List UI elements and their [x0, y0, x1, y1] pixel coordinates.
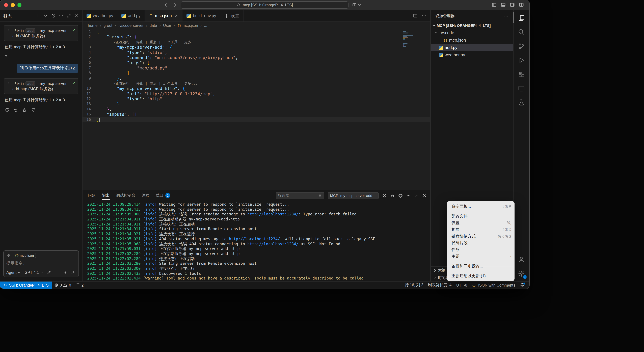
- chat-more-actions[interactable]: [59, 14, 64, 18]
- tool-call-card[interactable]: 已运行 add – my-mcp-server-add-http (MCP 服务…: [4, 78, 78, 94]
- status-language-mode[interactable]: {}JSON with Comments: [470, 281, 518, 288]
- menu-item-设置[interactable]: 设置⌘,: [447, 219, 514, 226]
- menu-item-主题[interactable]: 主题›: [447, 253, 514, 260]
- customize-layout-icon[interactable]: [519, 2, 524, 8]
- menu-item-重新启动以更新 (1)[interactable]: 重新启动以更新 (1): [447, 272, 514, 279]
- status-indentation[interactable]: 制表符长度: 4: [426, 281, 454, 288]
- activity-source-control[interactable]: [514, 39, 529, 53]
- status-notifications[interactable]: [518, 281, 526, 288]
- problems-indicator[interactable]: 0 0: [52, 281, 74, 288]
- thumbs-down-button[interactable]: [31, 108, 36, 112]
- toggle-auto-scroll-lock[interactable]: [390, 193, 395, 198]
- navigate-forward-button[interactable]: [172, 2, 178, 8]
- menu-item-命令面板...[interactable]: 命令面板...⇧⌘P: [447, 203, 514, 210]
- explorer-section-header[interactable]: MCP [SSH: ORANGEPI_4_LTS]: [431, 22, 513, 29]
- toggle-panel-icon[interactable]: [501, 2, 506, 8]
- layout-toggle[interactable]: [352, 3, 360, 7]
- activity-run-and-debug[interactable]: [514, 53, 529, 67]
- activity-manage[interactable]: 1: [514, 266, 529, 280]
- undo-button[interactable]: [14, 108, 18, 112]
- editor-tab-mcp.json[interactable]: {}mcp.json: [145, 10, 182, 22]
- breadcrumb-item[interactable]: data: [150, 24, 157, 28]
- attach-context-button[interactable]: [6, 253, 11, 257]
- remote-indicator[interactable]: SSH: OrangePi_4_LTS: [0, 281, 52, 288]
- ports-indicator[interactable]: 2: [74, 281, 86, 288]
- tree-item-weather.py[interactable]: weather.py: [431, 51, 513, 59]
- status-cursor-position[interactable]: 行 16, 列 2: [402, 281, 426, 288]
- attached-file-chip[interactable]: {}mcp.json: [13, 253, 36, 258]
- chat-checkpoint[interactable]: [4, 55, 78, 59]
- breadcrumb-item[interactable]: User: [163, 24, 171, 28]
- chat-input-box[interactable]: {}mcp.json 提示指令。 Agent GPT-4.1: [3, 250, 79, 277]
- activity-remote-explorer[interactable]: [514, 81, 529, 95]
- split-editor[interactable]: [413, 14, 418, 18]
- output-settings[interactable]: [398, 193, 403, 198]
- chat-history-button[interactable]: [51, 14, 56, 18]
- tree-item-add.py[interactable]: add.py: [431, 44, 513, 51]
- menu-item-配置文件[interactable]: 配置文件: [447, 213, 514, 219]
- maximize-panel[interactable]: [414, 193, 419, 198]
- more-editor-actions[interactable]: [422, 14, 426, 18]
- panel-tab-问题[interactable]: 问题: [88, 190, 96, 201]
- output-filter-input[interactable]: 筛选器: [276, 192, 324, 199]
- close-chat[interactable]: [74, 14, 79, 18]
- model-picker[interactable]: GPT-4.1: [24, 270, 44, 274]
- breadcrumb-item[interactable]: .vscode-server: [118, 24, 144, 28]
- close-panel[interactable]: [422, 193, 427, 198]
- activity-accounts[interactable]: [514, 252, 529, 266]
- output-channel-select[interactable]: MCP: my-mcp-server-add: [328, 192, 379, 199]
- close-window-button[interactable]: [4, 3, 8, 7]
- panel-tab-终端[interactable]: 终端: [142, 190, 150, 201]
- activity-testing[interactable]: [514, 95, 529, 109]
- menu-item-备份和同步设置...[interactable]: 备份和同步设置...: [447, 263, 514, 269]
- code-editor[interactable]: 1{2 "servers": { ✓正在运行 | 停止 | 重启 | 1 个工具…: [82, 29, 430, 190]
- explorer-more-actions[interactable]: [504, 14, 508, 18]
- chat-input-placeholder[interactable]: 提示指令。: [6, 260, 76, 266]
- activity-extensions[interactable]: [514, 67, 529, 81]
- tool-call-card[interactable]: 已运行 add – my-mcp-server-add (MCP 服务器): [4, 25, 78, 41]
- editor-tab-weather.py[interactable]: weather.py: [82, 10, 118, 22]
- minimize-window-button[interactable]: [11, 3, 15, 7]
- breadcrumb-item[interactable]: {}mcp.json: [177, 24, 198, 28]
- close-icon[interactable]: [174, 14, 178, 18]
- navigate-back-button[interactable]: [163, 2, 168, 8]
- codelens-actions[interactable]: ✓正在运行 | 停止 | 重启 | 1 个工具 | 更多...: [96, 81, 198, 86]
- editor-tab-add.py[interactable]: add.py: [118, 10, 145, 22]
- breadcrumb-item[interactable]: ...: [204, 24, 207, 28]
- tree-item-.vscode[interactable]: .vscode: [431, 29, 513, 37]
- panel-more-actions[interactable]: [406, 193, 411, 198]
- activity-explorer[interactable]: [514, 11, 529, 25]
- zoom-window-button[interactable]: [18, 3, 22, 7]
- regenerate-button[interactable]: [5, 108, 10, 112]
- toggle-primary-sidebar-icon[interactable]: [492, 2, 497, 8]
- panel-tab-端口[interactable]: 端口2: [156, 190, 170, 201]
- tree-item-mcp.json[interactable]: {}mcp.json: [431, 37, 513, 44]
- output-log[interactable]: 2025-11-24 11:09:29.414 [info] Waiting f…: [82, 201, 430, 281]
- menu-item-扩展[interactable]: 扩展⇧⌘X: [447, 226, 514, 233]
- panel-tab-调试控制台[interactable]: 调试控制台: [116, 190, 135, 201]
- thumbs-up-button[interactable]: [22, 108, 27, 112]
- breadcrumb-item[interactable]: home: [88, 24, 98, 28]
- editor-tab-build_env.py[interactable]: build_env.py: [182, 10, 220, 22]
- breadcrumb-item[interactable]: groot: [104, 24, 112, 28]
- minimap[interactable]: [403, 30, 426, 49]
- toggle-secondary-sidebar-icon[interactable]: [510, 2, 515, 8]
- menu-item-代码片段[interactable]: 代码片段: [447, 240, 514, 246]
- new-chat-button[interactable]: [36, 14, 40, 18]
- send-button[interactable]: [71, 270, 76, 275]
- chat-dropdown[interactable]: [43, 14, 48, 18]
- panel-tab-输出[interactable]: 输出: [102, 190, 110, 201]
- menu-item-任务[interactable]: 任务: [447, 246, 514, 253]
- add-context-button[interactable]: [38, 253, 42, 257]
- open-chat-in-editor[interactable]: [66, 14, 71, 18]
- menu-item-键盘快捷方式[interactable]: 键盘快捷方式⌘K ⌘S: [447, 233, 514, 240]
- activity-search[interactable]: [514, 25, 529, 39]
- command-center-search[interactable]: mcp [SSH: OrangePi_4_LTS]: [181, 1, 348, 9]
- agent-mode-picker[interactable]: Agent: [6, 270, 21, 274]
- voice-input-button[interactable]: [64, 270, 68, 274]
- status-encoding[interactable]: UTF-8: [454, 281, 470, 288]
- editor-tab-设置[interactable]: 设置: [220, 10, 244, 22]
- tools-picker-button[interactable]: [47, 270, 51, 274]
- clear-output[interactable]: [382, 193, 387, 198]
- codelens-actions[interactable]: ✓正在运行 | 停止 | 重启 | 1 个工具 | 更多...: [96, 40, 198, 45]
